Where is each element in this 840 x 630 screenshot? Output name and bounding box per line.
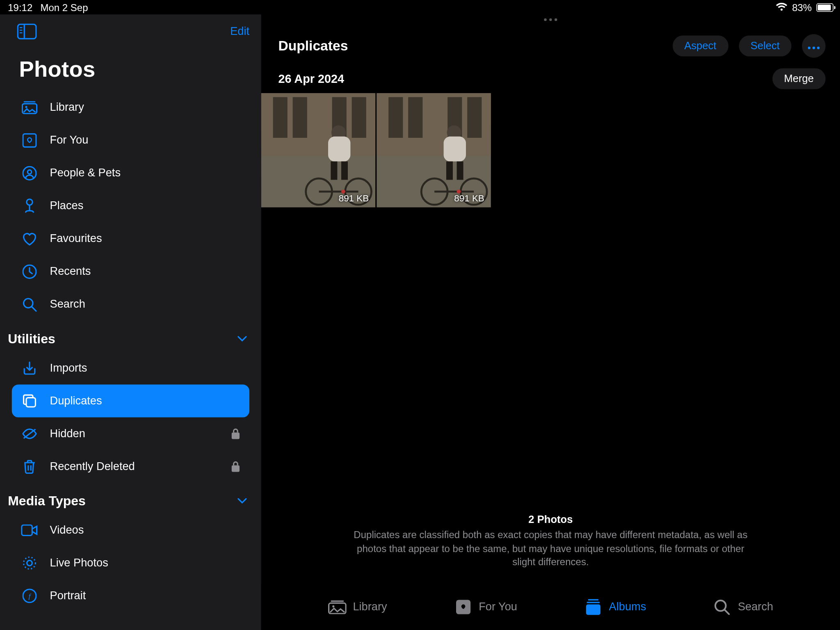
sidebar-item-videos[interactable]: Videos — [12, 514, 249, 547]
merge-button[interactable]: Merge — [772, 68, 826, 89]
sidebar-item-library[interactable]: Library — [12, 91, 249, 124]
photo-count: 2 Photos — [528, 514, 573, 526]
sidebar: Edit Photos Library For You People & Pet… — [0, 14, 261, 630]
section-label: Utilities — [8, 331, 55, 347]
svg-rect-53 — [446, 162, 453, 180]
library-icon — [328, 599, 347, 615]
sidebar-item-label: Duplicates — [50, 395, 102, 408]
svg-rect-20 — [232, 465, 240, 472]
tab-label: For You — [479, 600, 517, 614]
hidden-icon — [21, 428, 38, 440]
sidebar-item-portrait[interactable]: f Portrait — [12, 580, 249, 612]
toggle-sidebar-icon[interactable] — [17, 24, 37, 39]
status-bar: 19:12 Mon 2 Sep 83% — [0, 0, 840, 14]
svg-text:f: f — [29, 592, 32, 600]
sidebar-item-hidden[interactable]: Hidden — [12, 418, 249, 450]
ellipsis-icon — [808, 40, 820, 52]
group-date: 26 Apr 2024 — [278, 72, 344, 86]
info-block: 2 Photos Duplicates are classified both … — [261, 514, 840, 568]
sidebar-item-label: Live Photos — [50, 557, 108, 570]
tab-search[interactable]: Search — [713, 599, 773, 615]
svg-point-26 — [808, 47, 810, 49]
file-size-label: 891 KB — [339, 193, 369, 203]
sidebar-item-label: Search — [50, 298, 85, 311]
sidebar-item-label: Portrait — [50, 589, 86, 603]
tab-label: Library — [353, 600, 387, 614]
svg-line-64 — [725, 609, 729, 614]
sidebar-utilities-list: Imports Duplicates Hidden Recently Delet… — [0, 352, 261, 483]
select-button[interactable]: Select — [739, 35, 792, 56]
search-icon — [21, 297, 38, 312]
sidebar-primary-list: Library For You People & Pets Places Fav… — [0, 91, 261, 321]
tab-library[interactable]: Library — [328, 599, 387, 615]
import-icon — [21, 361, 38, 375]
sidebar-item-label: Videos — [50, 524, 84, 537]
trash-icon — [21, 459, 38, 474]
photo-thumbnail[interactable]: 891 KB — [377, 93, 491, 207]
sidebar-item-search[interactable]: Search — [12, 288, 249, 321]
sidebar-item-livephotos[interactable]: Live Photos — [12, 547, 249, 580]
svg-point-6 — [25, 106, 27, 108]
lock-icon — [231, 461, 240, 472]
svg-point-27 — [813, 47, 815, 49]
svg-point-60 — [332, 605, 334, 607]
places-icon — [21, 198, 38, 214]
foryou-icon — [454, 599, 472, 615]
sidebar-item-label: Favourites — [50, 232, 102, 245]
chevron-down-icon — [237, 336, 247, 342]
grab-handle-icon[interactable] — [261, 14, 840, 26]
sidebar-item-label: Places — [50, 199, 84, 212]
svg-rect-37 — [328, 137, 350, 162]
live-icon — [21, 556, 38, 570]
svg-rect-47 — [388, 97, 403, 138]
sidebar-item-favourites[interactable]: Favourites — [12, 222, 249, 255]
tab-albums[interactable]: Albums — [584, 599, 646, 615]
svg-rect-33 — [293, 97, 307, 138]
sidebar-item-label: Recently Deleted — [50, 460, 135, 473]
sidebar-item-recents[interactable]: Recents — [12, 255, 249, 288]
dup-icon — [21, 394, 38, 408]
sidebar-item-foryou[interactable]: For You — [12, 124, 249, 157]
wifi-icon — [776, 2, 788, 11]
sidebar-item-people[interactable]: People & Pets — [12, 157, 249, 189]
portrait-icon: f — [21, 589, 38, 603]
section-utilities[interactable]: Utilities — [0, 324, 261, 352]
svg-point-9 — [27, 170, 32, 174]
sidebar-item-imports[interactable]: Imports — [12, 352, 249, 385]
tab-label: Albums — [609, 600, 646, 614]
video-icon — [21, 524, 38, 536]
sidebar-item-label: Recents — [50, 265, 91, 278]
svg-point-23 — [24, 557, 36, 569]
svg-rect-52 — [444, 137, 466, 162]
svg-rect-32 — [273, 97, 288, 138]
sidebar-item-label: People & Pets — [50, 167, 121, 180]
svg-rect-54 — [457, 162, 463, 180]
more-button[interactable] — [802, 34, 826, 58]
svg-rect-21 — [22, 525, 32, 536]
duplicate-thumbnails: 891 KB — [261, 93, 840, 207]
photo-thumbnail[interactable]: 891 KB — [261, 93, 375, 207]
svg-point-22 — [27, 560, 32, 566]
sidebar-item-label: Imports — [50, 362, 87, 375]
section-media-types[interactable]: Media Types — [0, 486, 261, 514]
info-description: Duplicates are classified both as exact … — [347, 528, 755, 568]
page-title: Duplicates — [278, 38, 348, 54]
svg-point-28 — [817, 47, 819, 49]
svg-rect-7 — [23, 134, 36, 147]
lock-icon — [231, 428, 240, 440]
foryou-icon — [21, 133, 38, 148]
sidebar-item-recently-deleted[interactable]: Recently Deleted — [12, 450, 249, 483]
tab-bar: Library For You Albums Search — [261, 584, 840, 630]
tab-label: Search — [738, 600, 773, 614]
aspect-button[interactable]: Aspect — [672, 35, 728, 56]
heart-icon — [21, 232, 38, 246]
sidebar-title: Photos — [0, 46, 261, 91]
people-icon — [21, 166, 38, 180]
sidebar-item-duplicates[interactable]: Duplicates — [12, 385, 249, 418]
tab-foryou[interactable]: For You — [454, 599, 517, 615]
battery-icon — [816, 3, 833, 11]
sidebar-item-places[interactable]: Places — [12, 189, 249, 222]
svg-point-10 — [27, 199, 32, 205]
svg-rect-48 — [408, 97, 422, 138]
edit-button[interactable]: Edit — [230, 25, 249, 38]
